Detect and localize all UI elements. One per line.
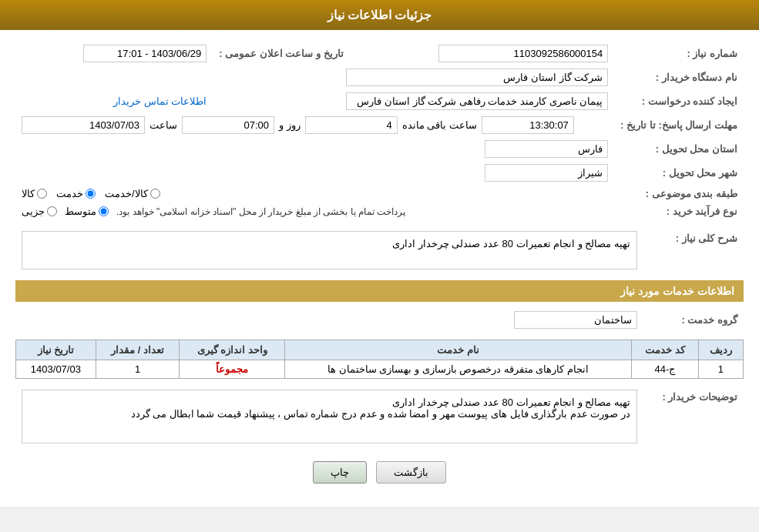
buyer-notes-table: توضیحات خریدار : تهیه مصالح و انجام تعمی… [15, 386, 744, 450]
radio-kala-khedmat[interactable] [150, 189, 160, 199]
purchase-type-motavasset[interactable]: متوسط [65, 206, 109, 217]
cell-name: انجام کارهای متفرقه درخصوص بازسازی و بهس… [285, 360, 632, 379]
city-value: شیراز [485, 164, 608, 182]
back-button[interactable]: بازگشت [376, 461, 446, 483]
announce-value: 1403/06/29 - 17:01 [83, 45, 207, 62]
radio-jozi[interactable] [47, 206, 57, 216]
announce-label: تاریخ و ساعت اعلان عمومی : [213, 42, 349, 65]
deadline-days-label: روز و [279, 119, 301, 131]
content-area: شماره نیاز : 1103092586000154 تاریخ و سا… [0, 30, 759, 507]
need-desc-label: شرح کلی نیاز : [643, 228, 744, 273]
col-unit: واحد اندازه گیری [180, 340, 285, 360]
cell-date: 1403/07/03 [16, 360, 96, 379]
col-code: کد خدمت [632, 340, 699, 360]
cell-radif: 1 [698, 360, 743, 379]
radio-motavasset[interactable] [99, 206, 109, 216]
agency-label: نام دستگاه خریدار : [614, 65, 744, 89]
col-name: نام خدمت [285, 340, 632, 360]
deadline-remaining-label: ساعت باقی مانده [402, 119, 477, 131]
info-row-category: طبقه بندی موضوعی : کالا/خدمت خدمت [15, 185, 744, 202]
province-value: فارس [485, 140, 608, 158]
table-body: 1 ج-44 انجام کارهای متفرقه درخصوص بازساز… [16, 360, 744, 379]
purchase-type-row: پرداخت تمام یا بخشی از مبلغ خریدار از مح… [22, 206, 608, 217]
buyer-notes-row: توضیحات خریدار : تهیه مصالح و انجام تعمی… [15, 386, 744, 450]
creator-link[interactable]: اطلاعات تماس خریدار [113, 95, 207, 107]
service-group-row: گروه خدمت : ساختمان [15, 308, 744, 332]
purchase-type-label: نوع فرآیند خرید : [614, 202, 744, 220]
deadline-time: 07:00 [182, 116, 274, 134]
need-number-value: 1103092586000154 [438, 45, 608, 62]
cell-code: ج-44 [632, 360, 699, 379]
city-label: شهر محل تحویل : [614, 161, 744, 185]
need-number-label: شماره نیاز : [614, 42, 744, 65]
buyer-notes-label: توضیحات خریدار : [643, 386, 744, 450]
table-head: ردیف کد خدمت نام خدمت واحد اندازه گیری ت… [16, 340, 744, 360]
cell-count: 1 [96, 360, 180, 379]
table-header-row: ردیف کد خدمت نام خدمت واحد اندازه گیری ت… [16, 340, 744, 360]
page-header: جزئیات اطلاعات نیاز [0, 0, 759, 30]
info-row-deadline: مهلت ارسال پاسخ: تا تاریخ : 13:30:07 ساع… [15, 113, 744, 137]
col-radif: ردیف [698, 340, 743, 360]
table-row: 1 ج-44 انجام کارهای متفرقه درخصوص بازساز… [16, 360, 744, 379]
radio-khedmat[interactable] [86, 189, 96, 199]
print-button[interactable]: چاپ [313, 461, 367, 483]
deadline-date: 1403/07/03 [22, 116, 145, 134]
label-khedmat: خدمت [56, 188, 83, 199]
label-jozi: جزیی [22, 206, 45, 217]
creator-value: پیمان ناصری کارمند خدمات رفاهی شرکت گاز … [346, 92, 608, 110]
header-title: جزئیات اطلاعات نیاز [327, 8, 432, 22]
category-option-kala[interactable]: کالا [22, 188, 47, 199]
deadline-row: 13:30:07 ساعت باقی مانده 4 روز و 07:00 س… [22, 116, 608, 134]
services-data-table: ردیف کد خدمت نام خدمت واحد اندازه گیری ت… [15, 340, 744, 379]
agency-value: شرکت گاز استان فارس [346, 69, 608, 86]
category-option-khedmat[interactable]: خدمت [56, 188, 96, 199]
label-kala: کالا [22, 188, 35, 199]
page-wrapper: جزئیات اطلاعات نیاز شماره نیاز : 1103092… [0, 0, 759, 507]
info-row-1: شماره نیاز : 1103092586000154 تاریخ و سا… [15, 42, 744, 65]
label-kala-khedmat: کالا/خدمت [105, 188, 148, 199]
label-motavasset: متوسط [65, 206, 96, 217]
info-row-purchase-type: نوع فرآیند خرید : پرداخت تمام یا بخشی از… [15, 202, 744, 220]
buyer-notes-box: تهیه مصالح و انجام تعمیرات 80 عدد صندلی … [22, 390, 637, 443]
service-info-header: اطلاعات خدمات مورد نیاز [15, 280, 744, 302]
need-desc-box: تهیه مصالح و انجام تعمیرات 80 عدد صندلی … [22, 231, 637, 269]
creator-label: ایجاد کننده درخواست : [614, 89, 744, 113]
purchase-type-jozi[interactable]: جزیی [22, 206, 57, 217]
deadline-label: مهلت ارسال پاسخ: تا تاریخ : [614, 113, 744, 137]
notes-line-2: در صورت عدم بارگذاری فایل های پیوست مهر … [29, 408, 630, 420]
col-count: تعداد / مقدار [96, 340, 180, 360]
category-radio-group: کالا/خدمت خدمت کالا [22, 188, 608, 199]
deadline-days: 4 [305, 116, 398, 134]
notes-line-1: تهیه مصالح و انجام تعمیرات 80 عدد صندلی … [29, 396, 630, 408]
category-label: طبقه بندی موضوعی : [614, 185, 744, 202]
main-info-table: شماره نیاز : 1103092586000154 تاریخ و سا… [15, 42, 744, 220]
info-row-city: شهر محل تحویل : شیراز [15, 161, 744, 185]
service-group-table: گروه خدمت : ساختمان [15, 308, 744, 332]
province-label: استان محل تحویل : [614, 137, 744, 161]
deadline-remaining: 13:30:07 [482, 116, 574, 134]
info-row-province: استان محل تحویل : فارس [15, 137, 744, 161]
need-desc-table: شرح کلی نیاز : تهیه مصالح و انجام تعمیرا… [15, 228, 744, 273]
service-group-value: ساختمان [514, 311, 637, 329]
button-row: بازگشت چاپ [15, 461, 744, 483]
purchase-type-desc: پرداخت تمام یا بخشی از مبلغ خریدار از مح… [116, 206, 405, 217]
deadline-time-label: ساعت [149, 119, 177, 131]
col-date: تاریخ نیاز [16, 340, 96, 360]
service-group-label: گروه خدمت : [643, 308, 744, 332]
info-row-2: نام دستگاه خریدار : شرکت گاز استان فارس [15, 65, 744, 89]
need-desc-row: شرح کلی نیاز : تهیه مصالح و انجام تعمیرا… [15, 228, 744, 273]
category-option-kala-khedmat[interactable]: کالا/خدمت [105, 188, 160, 199]
radio-kala[interactable] [37, 189, 47, 199]
info-row-3: ایجاد کننده درخواست : پیمان ناصری کارمند… [15, 89, 744, 113]
cell-unit: مجموعاً [180, 360, 285, 379]
